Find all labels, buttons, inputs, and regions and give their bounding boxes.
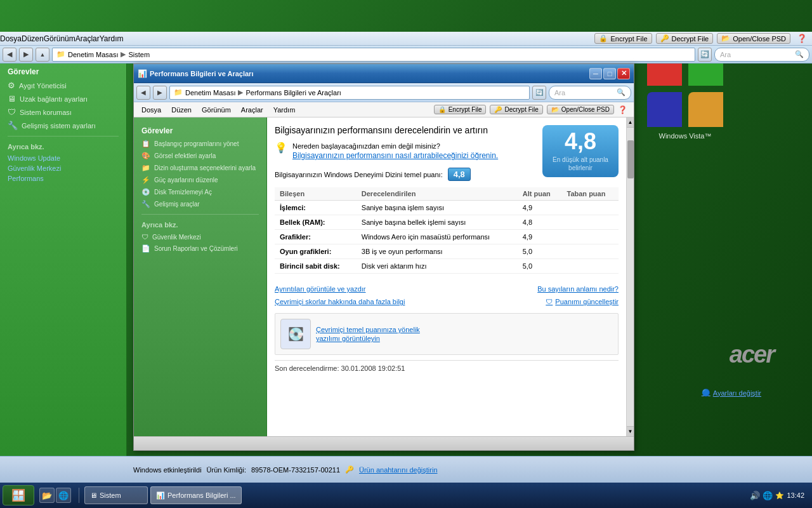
inner-decrypt-btn[interactable]: 🔑 Decrypt File bbox=[490, 105, 542, 114]
scroll-down-arrow[interactable]: ▼ bbox=[627, 426, 634, 436]
inner-sidebar-security-center[interactable]: 🛡 Güvenlik Merkezi bbox=[134, 231, 266, 243]
outer-breadcrumb[interactable]: 📁 Denetim Masası ▶ Sistem bbox=[52, 48, 695, 62]
scroll-thumb[interactable] bbox=[627, 140, 634, 178]
online-text2[interactable]: yazılımı görüntüleyin bbox=[316, 335, 380, 342]
inner-lock-icon: 🔒 bbox=[438, 106, 446, 113]
inner-search-placeholder: Ara bbox=[554, 89, 565, 97]
sidebar-item-advanced[interactable]: 🔧 Gelişmiş sistem ayarları bbox=[0, 119, 126, 132]
scroll-up-arrow[interactable]: ▲ bbox=[627, 117, 634, 128]
minimize-btn[interactable]: ─ bbox=[589, 68, 602, 79]
taskbar-icon-1[interactable]: 📂 bbox=[39, 488, 55, 503]
maximize-btn[interactable]: □ bbox=[603, 68, 616, 79]
inner-breadcrumb1: Denetim Masası bbox=[185, 89, 235, 97]
refresh-btn[interactable]: 🔄 bbox=[698, 48, 712, 62]
settings-change-button[interactable]: 🔵 Ayarları değiştir bbox=[702, 389, 761, 397]
sidebar-windows-update[interactable]: Windows Update bbox=[0, 153, 126, 163]
inner-breadcrumb[interactable]: 📁 Denetim Masası ▶ Performans Bilgileri … bbox=[169, 86, 530, 100]
outer-yardim[interactable]: Yardım bbox=[100, 34, 124, 43]
action-links-row2: Çevrimiçi skorlar hakkında daha fazla bi… bbox=[275, 298, 619, 305]
inner-breadcrumb2: Performans Bilgileri ve Araçları bbox=[246, 89, 341, 97]
inner-sidebar-power[interactable]: ⚡ Güç ayarlarını düzenle bbox=[134, 174, 266, 186]
folder-icon: 📂 bbox=[721, 34, 730, 43]
cell-desc-0: Saniye başına işlem sayısı bbox=[357, 201, 518, 215]
outer-dosya[interactable]: Dosya bbox=[0, 34, 22, 43]
inner-help-icon[interactable]: ❓ bbox=[618, 105, 627, 114]
cell-component-0: İşlemci: bbox=[275, 201, 357, 215]
inner-menu-yardim[interactable]: Yardım bbox=[268, 105, 301, 115]
inner-left-panel: Görevler 📋 Başlangıç programlarını yönet… bbox=[134, 117, 267, 436]
inner-scrollbar[interactable]: ▲ ▼ bbox=[626, 117, 634, 436]
inner-menu-dosya[interactable]: Dosya bbox=[136, 105, 166, 115]
logo-quadrant-yellow bbox=[688, 92, 723, 127]
inner-menu-gorunum[interactable]: Görünüm bbox=[197, 105, 236, 115]
inner-search[interactable]: Ara 🔍 bbox=[549, 86, 631, 100]
inner-main-content: 4,8 En düşük alt puanla belirlenir Bilgi… bbox=[267, 117, 626, 436]
inner-sidebar-disk[interactable]: 💿 Disk Temizlemeyi Aç bbox=[134, 186, 266, 198]
forward-btn[interactable]: ▶ bbox=[19, 48, 33, 62]
online-section[interactable]: 💽 Çevrimiçi temel puanınıza yönelik yazı… bbox=[275, 313, 619, 355]
inner-menubar: Dosya Düzen Görünüm Araçlar Yardım 🔒 Enc… bbox=[134, 102, 634, 117]
sidebar-item-remote[interactable]: 🖥 Uzak bağlantı ayarları bbox=[0, 92, 126, 105]
inner-sidebar-index[interactable]: 📁 Dizin oluşturma seçeneklerini ayarla bbox=[134, 162, 266, 174]
update-score-link[interactable]: 🛡 Puanımı güncelleştir bbox=[546, 298, 619, 305]
score-badge: 4,8 bbox=[448, 168, 471, 181]
inner-menu-duzen[interactable]: Düzen bbox=[166, 105, 197, 115]
disk-icon: 💿 bbox=[141, 188, 150, 196]
outer-bottom-bar: Windows etkinleştirildi Ürün Kimliği: 89… bbox=[0, 456, 812, 483]
visual-icon: 🎨 bbox=[141, 152, 150, 160]
outer-encrypt-btn[interactable]: 🔒 Encrypt File bbox=[594, 33, 652, 44]
meaning-link[interactable]: Bu sayıların anlamı nedir? bbox=[537, 285, 619, 293]
inner-statusbar bbox=[134, 436, 634, 450]
details-link[interactable]: Ayrıntıları görüntüle ve yazdır bbox=[275, 285, 365, 293]
inner-refresh-btn[interactable]: 🔄 bbox=[532, 86, 546, 100]
outer-araclar[interactable]: Araçlar bbox=[75, 34, 100, 43]
inner-back-btn[interactable]: ◀ bbox=[136, 86, 150, 100]
help-icon[interactable]: ❓ bbox=[797, 34, 807, 43]
sidebar-item-protection[interactable]: 🛡 Sistem koruması bbox=[0, 105, 126, 119]
settings-change-area[interactable]: 🔵 Ayarları değiştir bbox=[702, 389, 761, 397]
up-btn[interactable]: ▲ bbox=[36, 48, 49, 62]
close-btn[interactable]: ✕ bbox=[617, 68, 630, 79]
inner-sidebar-advanced[interactable]: 🔧 Gelişmiş araçlar bbox=[134, 198, 266, 210]
outer-menu-bar: Dosya Düzen Görünüm Araçlar Yardım bbox=[0, 34, 124, 43]
cell-base-1 bbox=[562, 215, 619, 230]
cell-component-2: Grafikler: bbox=[275, 230, 357, 244]
startup-icon: 📋 bbox=[141, 140, 150, 148]
online-info-link[interactable]: Çevrimiçi skorlar hakkında daha fazla bi… bbox=[275, 298, 405, 305]
hint-text: Nereden başlayacağınızdan emin değil mis… bbox=[292, 142, 498, 151]
inner-sidebar-visual[interactable]: 🎨 Görsel efektleri ayarla bbox=[134, 150, 266, 162]
online-text1[interactable]: Çevrimiçi temel puanınıza yönelik bbox=[316, 326, 420, 333]
cell-desc-1: Saniye başına bellek işlemi sayısı bbox=[357, 215, 518, 230]
inner-sidebar-problem-reports[interactable]: 📄 Sorun Raporları ve Çözümleri bbox=[134, 243, 266, 255]
sidebar-item-device-manager[interactable]: ⚙ Aygıt Yöneticisi bbox=[0, 79, 126, 92]
outer-duzen[interactable]: Düzen bbox=[22, 34, 44, 43]
back-btn[interactable]: ◀ bbox=[3, 48, 16, 62]
inner-sidebar-startup[interactable]: 📋 Başlangıç programlarını yönet bbox=[134, 138, 266, 150]
inner-psd-btn[interactable]: 📂 Open/Close PSD bbox=[547, 105, 614, 114]
taskbar-quick-launch: 📂 🌐 bbox=[37, 488, 74, 503]
hint-link[interactable]: Bilgisayarınızın performansını nasıl art… bbox=[292, 151, 498, 160]
inner-encrypt-btn[interactable]: 🔒 Encrypt File bbox=[434, 105, 487, 114]
sidebar-performance[interactable]: Performans bbox=[0, 173, 126, 184]
taskbar-app-sistem[interactable]: 🖥 Sistem bbox=[84, 486, 148, 504]
windows-activated-text: Windows etkinleştirildi bbox=[133, 466, 202, 474]
taskbar-right: 🔊 🌐 ⭐ 13:42 bbox=[750, 491, 809, 500]
inner-search-icon: 🔍 bbox=[617, 88, 625, 97]
inner-addressbar: ◀ ▶ 📁 Denetim Masası ▶ Performans Bilgil… bbox=[134, 83, 634, 102]
start-button[interactable]: 🪟 bbox=[3, 485, 34, 505]
breadcrumb-part2: Sistem bbox=[128, 51, 150, 58]
outer-sidebar-divider bbox=[8, 136, 119, 137]
outer-decrypt-btn[interactable]: 🔑 Decrypt File bbox=[656, 33, 714, 44]
taskbar-app-perf[interactable]: 📊 Performans Bilgileri ... bbox=[150, 486, 242, 504]
inner-forward-btn[interactable]: ▶ bbox=[153, 86, 167, 100]
change-key-link[interactable]: Ürün anahtarını değiştirin bbox=[359, 466, 438, 474]
cell-component-4: Birincil sabit disk: bbox=[275, 259, 357, 274]
taskbar-icon-2[interactable]: 🌐 bbox=[56, 488, 71, 503]
inner-menu-araclar[interactable]: Araçlar bbox=[236, 105, 268, 115]
outer-psd-btn[interactable]: 📂 Open/Close PSD bbox=[717, 33, 790, 44]
sidebar-security-center[interactable]: Güvenlik Merkezi bbox=[0, 163, 126, 173]
score-card-desc: En düşük alt puanla belirlenir bbox=[547, 156, 613, 172]
outer-gorunum[interactable]: Görünüm bbox=[44, 34, 75, 43]
score-label-row: Bilgisayarınızın Windows Deneyimi Dizini… bbox=[275, 168, 537, 181]
outer-search-box[interactable]: Ara 🔍 bbox=[714, 48, 809, 62]
